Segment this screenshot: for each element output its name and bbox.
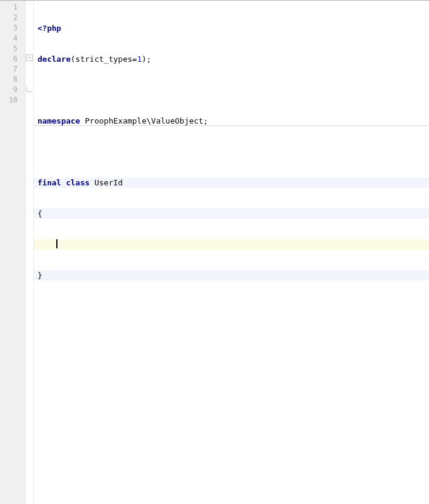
php-open-tag: <?php [38, 24, 61, 33]
line-number: 4 [0, 33, 18, 44]
brace-open: { [38, 209, 42, 218]
code-text: ); [142, 55, 151, 64]
code-line[interactable]: { [34, 208, 429, 219]
line-number: 2 [0, 13, 18, 23]
line-number: 3 [0, 23, 18, 33]
code-text: (strict_types= [71, 55, 137, 64]
keyword-namespace: namespace [38, 116, 80, 125]
code-text [61, 178, 66, 187]
code-line[interactable]: } [34, 270, 429, 280]
brace-close: } [38, 271, 42, 280]
code-line-current[interactable] [34, 239, 429, 250]
fold-toggle-icon[interactable] [26, 55, 33, 61]
keyword-class: class [66, 178, 90, 187]
code-line[interactable] [34, 301, 429, 311]
class-name: UserId [90, 178, 123, 187]
fold-end-icon [27, 87, 32, 92]
line-number: 8 [0, 75, 18, 85]
line-number-gutter: 1 2 3 4 5 6 7 8 9 10 [0, 1, 25, 504]
line-number: 7 [0, 64, 18, 75]
line-number: 1 [0, 2, 18, 13]
line-number: 5 [0, 44, 18, 54]
code-line[interactable]: final class UserId [34, 177, 429, 188]
code-line[interactable] [34, 85, 429, 95]
code-line[interactable]: namespace ProophExample\ValueObject; [34, 116, 429, 126]
line-number: 6 [0, 54, 18, 64]
code-line[interactable]: <?php [34, 23, 429, 33]
keyword-declare: declare [38, 55, 71, 64]
fold-column [25, 1, 34, 504]
indent [38, 240, 56, 249]
text-caret [56, 239, 57, 248]
keyword-final: final [38, 178, 61, 187]
code-line[interactable] [34, 147, 429, 157]
line-number: 10 [0, 95, 18, 105]
code-editor[interactable]: <?php declare(strict_types=1); namespace… [34, 1, 429, 504]
code-line[interactable]: declare(strict_types=1); [34, 54, 429, 64]
line-number: 9 [0, 85, 18, 95]
namespace-path: ProophExample\ValueObject; [80, 116, 208, 125]
